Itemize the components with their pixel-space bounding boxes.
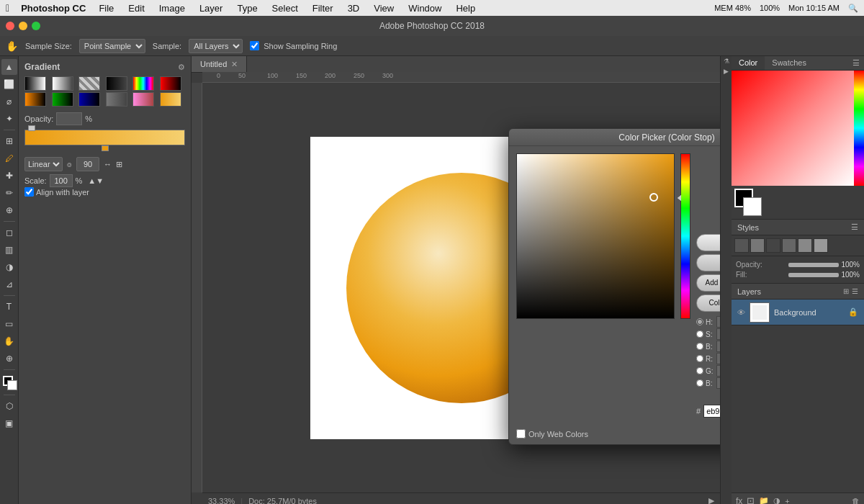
only-web-colors-checkbox[interactable] (516, 429, 526, 438)
hue-radio[interactable] (696, 318, 703, 325)
close-button[interactable] (6, 22, 14, 30)
search-icon[interactable]: 🔍 (848, 4, 858, 13)
screen-mode-tool[interactable]: ▣ (1, 415, 17, 431)
gradient-settings-icon[interactable]: ⚙ (178, 63, 185, 72)
add-mask-icon[interactable]: ⊡ (747, 495, 755, 504)
color-saturation-brightness-field[interactable] (516, 153, 675, 319)
background-color[interactable] (7, 380, 17, 390)
style-item-5[interactable] (798, 238, 812, 253)
layers-menu-icon[interactable]: ☰ (852, 287, 858, 295)
swatches-tab[interactable]: Swatches (765, 56, 814, 70)
menu-edit[interactable]: Edit (127, 3, 145, 14)
align-with-layer-checkbox[interactable] (24, 187, 34, 197)
menu-help[interactable]: Help (454, 3, 477, 14)
sample-size-select[interactable]: Point Sample (79, 39, 145, 53)
gradient-preset-12[interactable] (160, 92, 181, 107)
shape-tool[interactable]: ▭ (1, 316, 17, 332)
menu-view[interactable]: View (372, 3, 395, 14)
hue-strip[interactable] (680, 153, 690, 319)
blue-input[interactable] (716, 377, 720, 389)
angle-input[interactable] (76, 157, 99, 171)
mini-eyedropper-icon[interactable]: ⚗ (724, 58, 729, 65)
brush-tool[interactable]: ✏ (1, 185, 17, 201)
layers-filter-icon[interactable]: ⊞ (843, 287, 849, 295)
saturation-radio[interactable] (696, 330, 703, 338)
style-select[interactable]: Linear (24, 157, 63, 171)
eraser-tool[interactable]: ◻ (1, 225, 17, 240)
fill-slider-bar[interactable] (788, 273, 839, 277)
red-input[interactable] (716, 353, 720, 364)
magic-wand-tool[interactable]: ✦ (1, 111, 17, 127)
gradient-preset-7[interactable] (24, 92, 46, 107)
opacity-slider-bar[interactable] (788, 263, 839, 267)
add-to-swatches-button[interactable]: Add to Swatches (696, 274, 720, 292)
saturation-input[interactable] (716, 328, 720, 340)
foreground-background-colors[interactable] (1, 376, 17, 392)
brightness-radio[interactable] (696, 343, 703, 350)
background-swatch[interactable] (743, 197, 762, 216)
apple-menu[interactable]:  (6, 2, 9, 14)
blue-radio[interactable] (696, 379, 703, 387)
green-input[interactable] (716, 365, 720, 377)
dither-icon[interactable]: ⊞ (116, 160, 122, 169)
gradient-bar[interactable] (24, 130, 185, 145)
add-layer-style-icon[interactable]: fx (736, 496, 742, 505)
zoom-tool[interactable]: ⊕ (1, 351, 17, 366)
color-spectrum-main[interactable] (732, 71, 854, 186)
gradient-tool[interactable]: ▥ (1, 242, 17, 258)
menu-3d[interactable]: 3D (346, 3, 361, 14)
dodge-tool[interactable]: ◑ (1, 259, 17, 275)
hue-spectrum-strip[interactable] (854, 71, 864, 186)
hex-input[interactable] (703, 405, 720, 418)
red-radio[interactable] (696, 355, 703, 362)
opacity-input[interactable] (56, 112, 82, 125)
create-group-icon[interactable]: 📁 (759, 496, 769, 504)
show-sampling-ring-checkbox[interactable] (250, 41, 259, 50)
gradient-preset-1[interactable] (24, 76, 46, 91)
clone-tool[interactable]: ⊕ (1, 202, 17, 218)
gradient-preset-3[interactable] (78, 76, 100, 91)
scale-stepper[interactable]: ▲▼ (88, 176, 104, 185)
ok-button[interactable]: OK (696, 234, 720, 251)
text-tool[interactable]: T (1, 299, 17, 315)
cancel-button[interactable]: Cancel (696, 254, 720, 271)
gradient-preset-2[interactable] (52, 76, 73, 91)
style-item-6[interactable] (814, 238, 828, 253)
menu-layer[interactable]: Layer (198, 3, 225, 14)
eyedropper-tool[interactable]: 🖊 (1, 150, 17, 166)
green-radio[interactable] (696, 367, 703, 374)
style-item-4[interactable] (782, 238, 796, 253)
style-item-3[interactable] (766, 238, 780, 253)
gradient-color-stop-bottom[interactable] (102, 145, 109, 151)
color-libraries-button[interactable]: Color Libraries (696, 294, 720, 312)
show-sampling-ring-label[interactable]: Show Sampling Ring (250, 41, 337, 50)
gradient-preset-10[interactable] (106, 92, 127, 107)
create-fill-layer-icon[interactable]: ◑ (773, 496, 780, 504)
hand-tool[interactable]: ✋ (1, 333, 17, 349)
new-layer-icon[interactable]: + (785, 497, 789, 505)
hue-input[interactable] (716, 316, 720, 328)
gradient-preset-4[interactable] (106, 76, 127, 91)
color-tab[interactable]: Color (732, 56, 765, 70)
sample-select[interactable]: All Layers (189, 39, 243, 53)
menu-filter[interactable]: Filter (311, 3, 335, 14)
style-item-2[interactable] (750, 238, 765, 253)
crop-tool[interactable]: ⊞ (1, 133, 17, 149)
brightness-input[interactable] (716, 341, 720, 352)
menu-file[interactable]: File (97, 3, 115, 14)
delete-layer-icon[interactable]: 🗑 (852, 497, 860, 505)
heal-tool[interactable]: ✚ (1, 168, 17, 184)
move-tool[interactable]: ▲ (1, 59, 17, 75)
style-item-1[interactable] (734, 238, 749, 253)
layer-row-background[interactable]: 👁 Background 🔒 (732, 300, 864, 325)
maximize-button[interactable] (32, 22, 40, 30)
layer-visibility-eye[interactable]: 👁 (737, 308, 745, 317)
lasso-tool[interactable]: ⌀ (1, 94, 17, 109)
pen-tool[interactable]: ⊿ (1, 276, 17, 292)
menu-window[interactable]: Window (407, 3, 443, 14)
menu-select[interactable]: Select (271, 3, 300, 14)
gradient-preset-8[interactable] (52, 92, 73, 107)
gradient-preset-9[interactable] (78, 92, 100, 107)
quick-mask-tool[interactable]: ⬡ (1, 398, 17, 414)
panel-menu-icon[interactable]: ☰ (848, 56, 864, 70)
